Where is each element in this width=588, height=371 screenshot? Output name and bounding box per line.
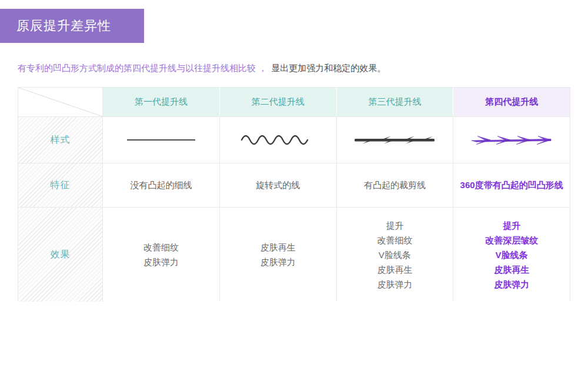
style-cell-gen1 — [102, 116, 219, 163]
feature-cell-gen4: 360度带有凸起的凹凸形线 — [453, 163, 570, 207]
style-cell-gen2 — [219, 116, 336, 163]
row-label-feature-text: 特征 — [51, 179, 71, 192]
style-cell-gen4 — [453, 116, 570, 163]
effect-cell-gen1: 改善细纹 皮肤弹力 — [102, 207, 219, 302]
effect-item: 皮肤弹力 — [377, 277, 412, 292]
barbed-purple-line-icon — [469, 130, 554, 150]
row-label-feature: 特征 — [18, 163, 102, 207]
feature-gen1-text: 没有凸起的细线 — [130, 180, 192, 191]
effect-item: 提升 — [386, 218, 403, 233]
col-header-gen1: 第一代提升线 — [102, 87, 219, 116]
effect-item: 改善细纹 — [143, 240, 179, 255]
effect-cell-gen2: 皮肤再生 皮肤弹力 — [219, 207, 336, 302]
corner-cell — [18, 87, 102, 116]
effect-item: 皮肤弹力 — [143, 255, 179, 269]
diagonal-divider-icon — [18, 88, 102, 116]
effect-item: V脸线条 — [496, 248, 528, 262]
effect-item: 皮肤弹力 — [494, 277, 529, 292]
effect-cell-gen3: 提升 改善细纹 V脸线条 皮肤再生 皮肤弹力 — [336, 207, 453, 302]
intro-highlight: 有专利的凹凸形方式制成的第四代提升线与以往提升线相比较 ， — [18, 63, 267, 73]
effect-item: 皮肤再生 — [377, 262, 412, 277]
row-label-effect-text: 效果 — [51, 249, 71, 261]
col-header-gen3: 第三代提升线 — [336, 87, 453, 116]
effect-item: 皮肤再生 — [260, 240, 296, 255]
feature-cell-gen2: 旋转式的线 — [219, 163, 336, 207]
col-header-gen4-label: 第四代提升线 — [485, 96, 538, 108]
feature-cell-gen3: 有凸起的裁剪线 — [336, 163, 453, 207]
feature-cell-gen1: 没有凸起的细线 — [102, 163, 219, 207]
row-label-effect: 效果 — [18, 207, 102, 302]
effect-cell-gen4: 提升 改善深层皱纹 V脸线条 皮肤再生 皮肤弹力 — [453, 207, 570, 302]
effect-item: 皮肤弹力 — [260, 255, 296, 269]
effect-item: 皮肤再生 — [494, 262, 529, 277]
intro-text: 有专利的凹凸形方式制成的第四代提升线与以往提升线相比较 ，显出更加强力和稳定的效… — [18, 63, 386, 74]
style-cell-gen3 — [336, 116, 453, 163]
row-label-style: 样式 — [18, 116, 102, 163]
feature-gen4-text: 360度带有凸起的凹凸形线 — [460, 180, 563, 191]
effect-item: 改善细纹 — [377, 233, 412, 248]
intro-rest: 显出更加强力和稳定的效果。 — [271, 63, 386, 73]
comparison-table: 第一代提升线 第二代提升线 第三代提升线 第四代提升线 样式 — [18, 87, 570, 302]
col-header-gen4: 第四代提升线 — [453, 87, 570, 116]
page-title: 原辰提升差异性 — [16, 17, 111, 35]
feature-gen2-text: 旋转式的线 — [256, 180, 300, 191]
page: 原辰提升差异性 有专利的凹凸形方式制成的第四代提升线与以往提升线相比较 ，显出更… — [0, 0, 588, 371]
col-header-gen3-label: 第三代提升线 — [368, 96, 421, 108]
row-label-style-text: 样式 — [51, 134, 71, 146]
straight-line-icon — [125, 131, 197, 149]
col-header-gen1-label: 第一代提升线 — [135, 96, 188, 108]
feature-gen3-text: 有凸起的裁剪线 — [364, 180, 426, 191]
wavy-line-icon — [240, 131, 316, 149]
effect-item: V脸线条 — [379, 248, 411, 262]
title-banner: 原辰提升差异性 — [0, 9, 144, 43]
col-header-gen2: 第二代提升线 — [219, 87, 336, 116]
col-header-gen2-label: 第二代提升线 — [252, 96, 305, 108]
effect-item: 改善深层皱纹 — [485, 233, 538, 248]
barbed-line-icon — [353, 131, 436, 149]
effect-item: 提升 — [503, 218, 520, 233]
